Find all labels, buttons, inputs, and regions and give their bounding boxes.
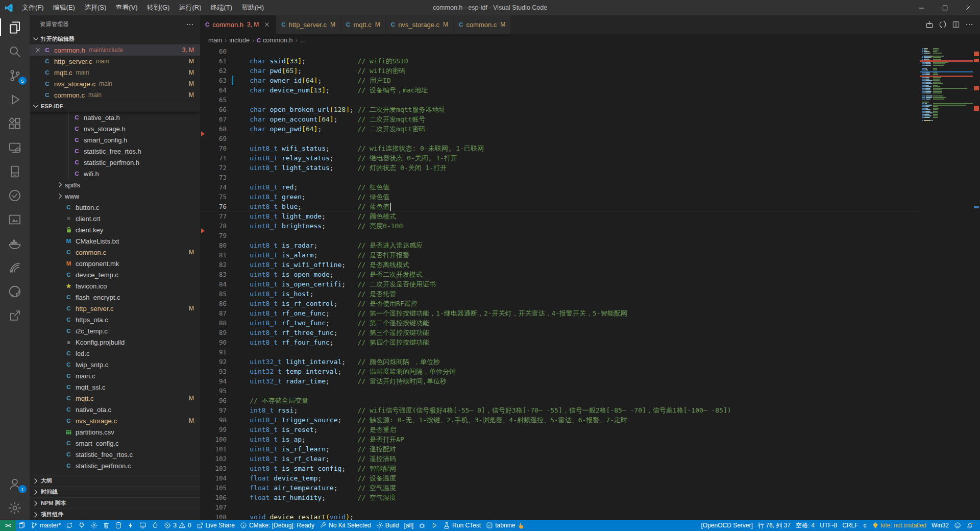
- minimap[interactable]: [920, 46, 973, 520]
- tree-file[interactable]: Cwifi.c: [30, 471, 200, 475]
- tree-folder[interactable]: www: [30, 190, 200, 202]
- tree-file[interactable]: Cflash_encrypt.c: [30, 292, 200, 303]
- tree-file[interactable]: ≡client.crt: [30, 213, 200, 224]
- cmake-build-button[interactable]: Build: [374, 520, 402, 531]
- code-line[interactable]: 104float device_temp;// 设备温度: [200, 473, 920, 483]
- code-line[interactable]: 92uint32_t light_interval;// 颜色闪烁间隔 ，单位秒: [200, 357, 920, 367]
- tree-file[interactable]: client.key: [30, 224, 200, 235]
- code-line[interactable]: 64char device_num[13];// 设备编号，mac地址: [200, 85, 920, 95]
- language-mode[interactable]: c: [861, 520, 869, 531]
- project-section-header[interactable]: ESP-IDF: [30, 101, 200, 112]
- kite-status[interactable]: kite: not installed: [869, 520, 929, 531]
- tree-file[interactable]: Cnative_ota.c: [30, 404, 200, 415]
- open-editor-item[interactable]: Ccommon.hmain\include3, M: [30, 44, 200, 56]
- sidebar-section-大纲[interactable]: 大纲: [30, 475, 200, 486]
- live-share-button[interactable]: Live Share: [194, 520, 237, 531]
- close-icon[interactable]: [33, 46, 43, 54]
- tree-file[interactable]: Csmart_config.h: [30, 134, 200, 146]
- tree-file[interactable]: Cstatistic_perfmon.h: [30, 157, 200, 168]
- code-line[interactable]: 76uint8_t blue;// 蓝色值: [200, 202, 920, 211]
- code-line[interactable]: 103uint8_t is_smart_config;// 智能配网: [200, 464, 920, 473]
- sidebar-section-项目组件[interactable]: 项目组件: [30, 509, 200, 520]
- sync-button[interactable]: [63, 520, 76, 531]
- minimize-button[interactable]: [910, 0, 933, 15]
- tab-common.h[interactable]: Ccommon.h3, M: [200, 15, 276, 34]
- code-line[interactable]: 98uint8_t trigger_source;// 触发源: 0-无、1-按…: [200, 415, 920, 425]
- menu-item[interactable]: 编辑(E): [48, 0, 80, 15]
- tree-file[interactable]: Cstatistic_free_rtos.c: [30, 449, 200, 460]
- open-editor-item[interactable]: Ccommon.cmainM: [30, 89, 200, 101]
- code-line[interactable]: 66char open_broken_url[128];// 二次开发mqtt服…: [200, 105, 920, 114]
- close-icon[interactable]: [263, 21, 271, 28]
- activity-remote-explorer-icon[interactable]: [0, 135, 30, 159]
- code-line[interactable]: 74uint8_t red;// 红色值: [200, 182, 920, 192]
- tree-file[interactable]: Cmain.c: [30, 370, 200, 381]
- code-line[interactable]: 99uint8_t is_reset;// 是否重启: [200, 425, 920, 435]
- cmake-kit-button[interactable]: No Kit Selected: [317, 520, 374, 531]
- tree-file[interactable]: Ccommon.cM: [30, 247, 200, 258]
- tree-file[interactable]: Chttps_ota.c: [30, 314, 200, 325]
- code-line[interactable]: 107: [200, 502, 920, 512]
- activity-source-control-icon[interactable]: 5: [0, 63, 30, 87]
- tree-file[interactable]: Cstatistic_free_rtos.h: [30, 146, 200, 157]
- tree-file[interactable]: ≡Kconfig.projbuild: [30, 336, 200, 348]
- build-flash-monitor-button[interactable]: [149, 520, 161, 531]
- code-line[interactable]: 70uint8_t wifi_status;// wifi连接状态: 0-未联网…: [200, 143, 920, 153]
- code-line[interactable]: 71uint8_t relay_status;// 继电器状态 0-关闭, 1-…: [200, 153, 920, 163]
- code-line[interactable]: 65: [200, 95, 920, 105]
- tree-file[interactable]: Cnative_ota.h: [30, 112, 200, 123]
- tree-folder[interactable]: spiffs: [30, 179, 200, 190]
- open-editor-item[interactable]: Chttp_server.cmainM: [30, 56, 200, 67]
- code-line[interactable]: 63char owner_id[64];// 用户ID: [200, 76, 920, 85]
- openocd-server-button[interactable]: [OpenOCD Server]: [699, 520, 755, 531]
- breadcrumb-item[interactable]: main: [208, 37, 222, 44]
- code-line[interactable]: 82uint8_t is_wifi_offline;// 是否离线模式: [200, 260, 920, 270]
- breadcrumb-item[interactable]: …: [300, 37, 307, 44]
- more-actions-icon[interactable]: [186, 20, 194, 29]
- activity-espressif-icon[interactable]: [0, 255, 30, 279]
- code-line[interactable]: 61char ssid[33];// wifi的SSID: [200, 56, 920, 66]
- tree-file[interactable]: ★favicon.ico: [30, 280, 200, 292]
- menu-item[interactable]: 终端(T): [206, 0, 237, 15]
- code-line[interactable]: 96// 不存储全局变量: [200, 396, 920, 405]
- code-line[interactable]: 106float air_humidity;// 空气湿度: [200, 493, 920, 502]
- sidebar-section-时间线[interactable]: 时间线: [30, 486, 200, 497]
- menu-item[interactable]: 选择(S): [80, 0, 111, 15]
- activity-search-icon[interactable]: [0, 39, 30, 63]
- code-line[interactable]: 94uint32_t radar_time;// 雷达开灯持续时间,单位秒: [200, 376, 920, 386]
- sidebar-section-NPM 脚本[interactable]: NPM 脚本: [30, 497, 200, 509]
- platform[interactable]: Win32: [929, 520, 951, 531]
- tree-file[interactable]: Clwip_sntp.c: [30, 359, 200, 370]
- code-line[interactable]: 72uint8_t light_status;// 灯的状态 0-关闭 1-打开: [200, 163, 920, 173]
- maximize-button[interactable]: [933, 0, 957, 15]
- tabnine-button[interactable]: tabnine: [483, 520, 527, 531]
- notifications-bell[interactable]: [964, 520, 976, 531]
- menu-item[interactable]: 运行(R): [174, 0, 206, 15]
- close-button[interactable]: [957, 0, 980, 15]
- code-line[interactable]: 79: [200, 231, 920, 240]
- code-line[interactable]: 75uint8_t green;// 绿色值: [200, 192, 920, 202]
- tree-file[interactable]: Cmqtt.cM: [30, 393, 200, 404]
- activity-settings-icon[interactable]: [0, 496, 30, 520]
- activity-testing-icon[interactable]: [0, 183, 30, 207]
- activity-explorer-icon[interactable]: [0, 15, 30, 39]
- code-line[interactable]: 93uint32_t temp_interval;// 温湿度监测的间隔，单位分…: [200, 367, 920, 376]
- overview-ruler-scrollbar[interactable]: [973, 46, 980, 520]
- tree-file[interactable]: MCMakeLists.txt: [30, 235, 200, 247]
- code-line[interactable]: 69: [200, 134, 920, 143]
- breadcrumb-item[interactable]: Ccommon.h: [257, 37, 292, 44]
- tree-file[interactable]: Cbutton.c: [30, 202, 200, 213]
- problems-button[interactable]: 30: [161, 520, 193, 531]
- code-editor[interactable]: 6061char ssid[33];// wifi的SSID62char pwd…: [200, 46, 920, 520]
- more-icon[interactable]: [964, 19, 975, 30]
- cmake-launch-button[interactable]: [428, 520, 440, 531]
- tree-file[interactable]: Mcomponent.mk: [30, 258, 200, 269]
- device-port-button[interactable]: [76, 520, 88, 531]
- code-line[interactable]: 67char open_account[64];// 二次开发mqtt账号: [200, 114, 920, 124]
- feedback-button[interactable]: [951, 520, 964, 531]
- split-editor-icon[interactable]: [950, 19, 962, 30]
- cmake-target-button[interactable]: [all]: [401, 520, 416, 531]
- code-line[interactable]: 105float air_temperature;// 空气温度: [200, 483, 920, 493]
- activity-run-debug-icon[interactable]: [0, 87, 30, 111]
- open-editor-item[interactable]: Cmqtt.cmainM: [30, 67, 200, 78]
